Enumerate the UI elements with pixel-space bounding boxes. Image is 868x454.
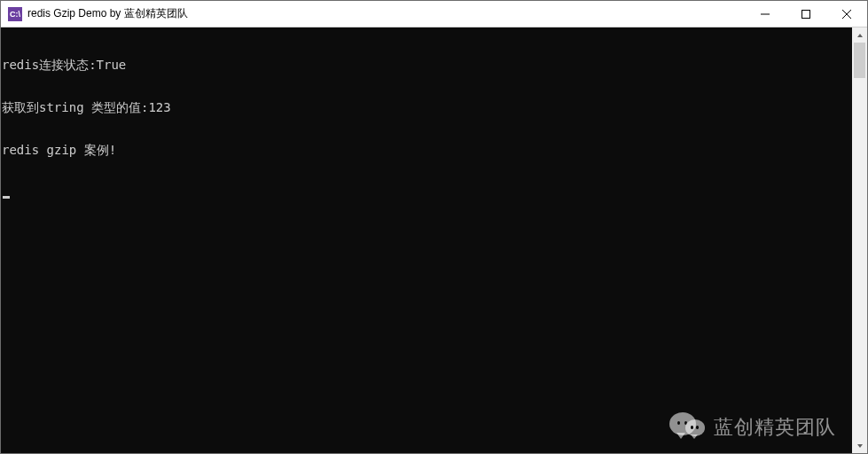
console-line: 获取到string 类型的值:123 bbox=[1, 100, 852, 114]
console-line: redis连接状态:True bbox=[1, 58, 852, 72]
watermark: 蓝创精英团队 bbox=[669, 412, 836, 442]
console-line: redis gzip 案例! bbox=[1, 143, 852, 157]
maximize-button[interactable] bbox=[786, 1, 826, 27]
app-icon: C:\ bbox=[8, 7, 22, 21]
scroll-up-button[interactable] bbox=[852, 27, 867, 43]
chevron-down-icon bbox=[856, 442, 864, 450]
vertical-scrollbar[interactable] bbox=[852, 27, 867, 453]
minimize-button[interactable] bbox=[745, 1, 786, 27]
window-title: redis Gzip Demo by 蓝创精英团队 bbox=[27, 6, 745, 21]
maximize-icon bbox=[802, 10, 810, 19]
scrollbar-thumb[interactable] bbox=[854, 43, 865, 78]
cursor-icon bbox=[3, 196, 10, 199]
close-button[interactable] bbox=[826, 1, 867, 27]
scrollbar-track[interactable] bbox=[852, 43, 867, 438]
console-output[interactable]: redis连接状态:True 获取到string 类型的值:123 redis … bbox=[1, 27, 852, 453]
app-window: C:\ redis Gzip Demo by 蓝创精英团队 redis连接状态:… bbox=[0, 0, 868, 454]
titlebar[interactable]: C:\ redis Gzip Demo by 蓝创精英团队 bbox=[1, 1, 867, 27]
close-icon bbox=[842, 10, 851, 19]
window-controls bbox=[745, 1, 867, 27]
svg-rect-1 bbox=[802, 10, 810, 18]
scroll-down-button[interactable] bbox=[852, 438, 867, 453]
console-cursor-line bbox=[1, 185, 852, 200]
wechat-icon bbox=[669, 412, 705, 442]
svg-marker-4 bbox=[857, 34, 863, 37]
watermark-text: 蓝创精英团队 bbox=[714, 420, 836, 434]
minimize-icon bbox=[761, 10, 770, 19]
chevron-up-icon bbox=[856, 32, 864, 39]
client-area: redis连接状态:True 获取到string 类型的值:123 redis … bbox=[1, 27, 867, 453]
svg-marker-5 bbox=[857, 444, 863, 448]
